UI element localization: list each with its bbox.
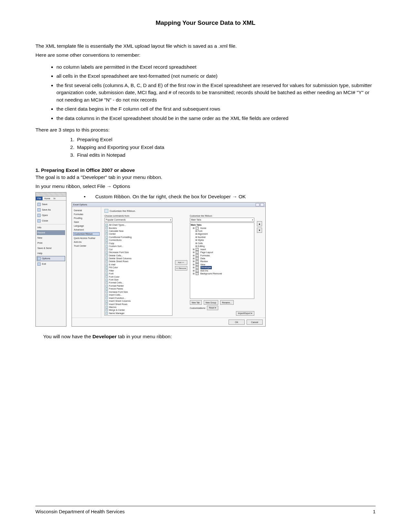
command-icon [105,312,108,315]
command-icon [105,294,108,296]
file-menu-print: Print [37,241,65,245]
file-menu-open: Open [37,213,65,218]
checkbox-icon: ✓ [196,257,199,260]
options-sidebar-item: Quick Access Toolbar [73,237,100,240]
tree-tab-item: ⊞ ✓Formulas [191,254,253,257]
file-menu-close: Close [37,218,65,223]
ribbon-tab-insert: In [52,197,57,200]
step-item: Preparing Excel [76,136,376,143]
close-icon [37,219,41,222]
command-icon [105,227,108,229]
command-label: Freeze Panes [109,287,123,290]
file-menu-info: Info [37,225,65,230]
command-list-item: Delete Cells... [105,254,171,257]
tree-tab-item: ⊞ ✓View [191,263,253,266]
tree-group-item: ⊞ Alignment [191,232,253,235]
command-list-item: Format Painter [105,284,171,287]
tree-tab-label: View [201,263,205,266]
tree-tab-item: ⊞ ✓Add-Ins [191,269,253,272]
command-list-item: Font Color [105,275,171,278]
command-list-item: Center [105,232,171,235]
ok-button: OK [229,320,245,325]
ribbon-icon [104,209,108,213]
footer-page-number: 1 [373,509,376,514]
command-list-item: Freeze Panes [105,287,171,290]
tree-tab-item: ⊞ ✓Insert [191,248,253,251]
command-list-item: Borders [105,227,171,230]
command-label: Font [109,272,113,275]
command-list-item: Delete Sheet Columns [105,257,171,260]
command-label: Format Cells... [109,281,124,284]
command-list-item: Calculate Now [105,230,171,232]
footer-org: Wisconsin Department of Health Services [35,509,125,514]
command-list-item: Filter [105,269,171,272]
command-label: Copy [109,242,114,245]
add-button: Add >> [175,260,187,265]
move-up-button: ▲ [257,221,262,226]
checkbox-icon: ✓ [196,227,199,230]
command-icon [105,275,108,278]
checkbox-icon: ✓ [196,251,199,254]
command-label: Increase Font Size [109,291,128,293]
command-icon [105,245,108,248]
move-down-button: ▼ [257,228,262,233]
command-icon [105,297,108,299]
tree-tab-item: ⊞ ✓Home [191,227,253,230]
options-sidebar-item: Save [73,221,100,223]
file-menu-label: Save & Send [37,247,52,250]
command-label: Delete Sheet Rows [109,260,128,263]
custom-ribbon-instruction: Custom Ribbon. On the far right, check t… [95,193,246,200]
command-list-item: Fill Color [105,266,171,269]
checkbox-icon: ✓ [196,263,199,266]
command-list-item: Font Size [105,278,171,281]
command-list-item: E-mail [105,263,171,266]
section-1-heading: 1. Preparing Excel in Office 2007 or abo… [35,167,376,173]
command-icon [105,291,108,293]
command-label: Filter [109,269,114,272]
file-menu-label: Save As [42,208,51,211]
exit-icon [37,262,41,266]
command-icon [105,224,108,226]
command-label: Decrease Font Size [109,251,129,254]
command-label: Delete Sheet Columns [109,257,132,260]
file-menu-label: Print [37,241,42,244]
command-icon [105,272,108,275]
choose-commands-label: Choose commands from: [104,215,172,217]
command-list-item: Format Cells... [105,281,171,284]
command-label: Borders [109,227,117,230]
command-list-item: Macros [105,306,171,309]
command-label: Connections [109,239,122,241]
rename-button: Rename... [220,300,234,305]
checkbox-icon: ✓ [196,248,199,251]
options-sidebar-item: General [73,209,100,212]
text-run: tab in your menu ribbon: [117,334,172,339]
command-list-item: Increase Font Size [105,291,171,293]
command-list-item: Insert Sheet Rows [105,303,171,306]
command-label: E-mail [109,263,115,266]
bullet-item: no column labels are permitted in the Ex… [56,64,376,71]
bullet-item: the data columns in the Excel spreadshee… [56,115,376,122]
command-list-item: Connections [105,239,171,241]
steps-intro: There are 3 steps to this process: [35,126,376,133]
ribbon-tabs-tree: Main Tabs ⊞ ✓Home⊞ Font⊞ Alignment⊞ Numb… [190,222,254,299]
customize-ribbon-heading: Customize the Ribbon. [110,210,136,212]
command-icon [105,248,108,251]
command-icon [105,236,108,239]
command-icon [105,254,108,257]
command-icon [105,288,108,290]
command-icon [105,233,108,235]
file-menu-label: Options [42,257,50,260]
tree-tab-item: ⊞ ✓Data [191,257,253,260]
command-icon [105,242,108,244]
save-as-icon [37,208,41,212]
options-sidebar-item: Trust Center [73,244,100,247]
command-icon [105,309,108,311]
tree-group-item: ⊞ Editing [191,245,253,248]
file-menu-label: Close [42,219,48,222]
command-label: Insert Function... [109,297,126,300]
tree-tab-item: ⊞ ✓Page Layout [191,251,253,254]
checkbox-icon: ✓ [196,260,199,263]
command-icon [105,281,108,284]
command-label: Insert Sheet Rows [109,303,127,306]
command-label: Conditional Formatting [109,236,132,239]
